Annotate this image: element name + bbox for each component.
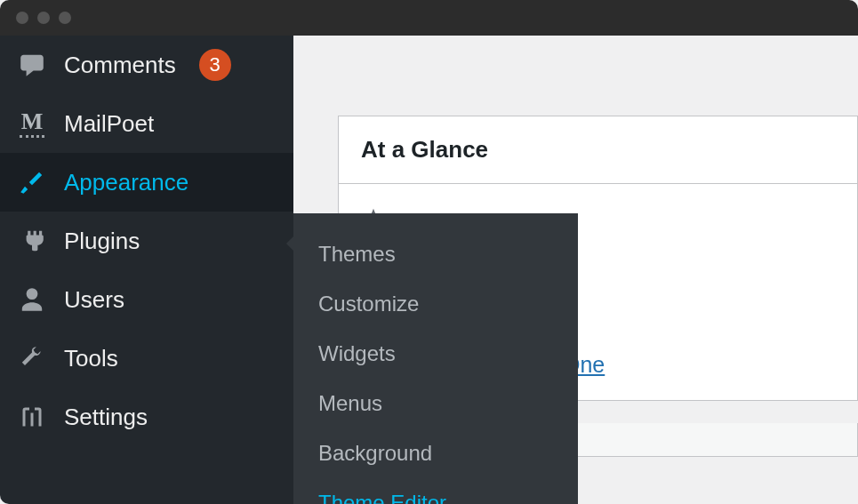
submenu-item-widgets[interactable]: Widgets [293,329,578,379]
sidebar-item-plugins[interactable]: Plugins [0,212,293,270]
admin-sidebar: Comments 3 M MailPoet Appearance Plugins [0,36,293,504]
submenu-item-background[interactable]: Background [293,428,578,478]
submenu-item-theme-editor[interactable]: Theme Editor [293,478,578,504]
users-icon [16,284,48,316]
sidebar-item-appearance[interactable]: Appearance [0,153,293,212]
sidebar-item-label: Settings [64,404,148,431]
sidebar-item-users[interactable]: Users [0,270,293,329]
workspace: Comments 3 M MailPoet Appearance Plugins [0,36,858,504]
plugins-icon [16,225,48,257]
appearance-icon [16,166,48,198]
sidebar-item-label: Users [64,286,124,314]
sidebar-item-mailpoet[interactable]: M MailPoet [0,94,293,153]
comments-badge: 3 [199,49,231,81]
settings-icon [16,401,48,433]
sidebar-item-label: Comments [64,52,176,79]
widget-title: At a Glance [339,116,857,184]
submenu-item-menus[interactable]: Menus [293,379,578,428]
sidebar-item-settings[interactable]: Settings [0,388,293,446]
traffic-light-zoom[interactable] [59,12,71,24]
submenu-item-themes[interactable]: Themes [293,229,578,279]
window-titlebar [0,0,858,36]
sidebar-item-label: Tools [64,345,118,372]
submenu-item-customize[interactable]: Customize [293,279,578,329]
appearance-submenu: Themes Customize Widgets Menus Backgroun… [293,213,578,504]
sidebar-item-label: MailPoet [64,110,154,138]
tools-icon [16,342,48,374]
sidebar-item-label: Plugins [64,228,140,255]
mailpoet-icon: M [16,108,48,140]
sidebar-item-tools[interactable]: Tools [0,329,293,388]
comment-icon [16,49,48,81]
traffic-light-minimize[interactable] [37,12,50,24]
sidebar-item-label: Appearance [64,169,188,196]
traffic-light-close[interactable] [16,12,28,24]
sidebar-item-comments[interactable]: Comments 3 [0,36,293,94]
